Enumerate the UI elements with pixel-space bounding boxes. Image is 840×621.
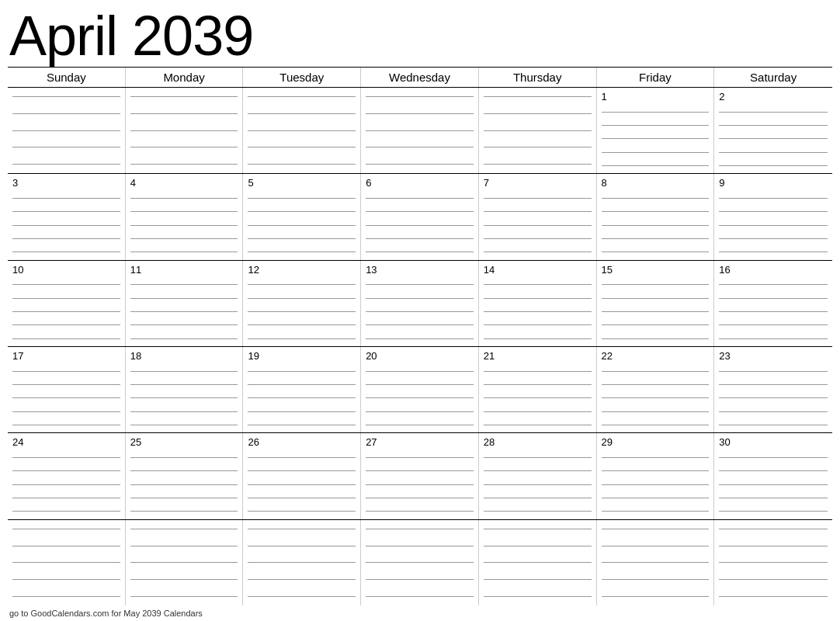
day-cell: 3 bbox=[8, 174, 126, 259]
write-line bbox=[12, 225, 120, 226]
day-cell: 4 bbox=[126, 174, 244, 259]
week-row: 3456789 bbox=[8, 174, 832, 260]
write-line bbox=[12, 298, 120, 299]
write-line bbox=[12, 596, 120, 597]
write-line bbox=[719, 498, 828, 498]
write-line bbox=[719, 298, 828, 299]
write-line bbox=[130, 198, 238, 199]
write-line bbox=[484, 470, 592, 471]
day-cell: 19 bbox=[243, 347, 361, 432]
write-line bbox=[130, 284, 238, 285]
day-number: 28 bbox=[484, 436, 592, 449]
day-cell: 11 bbox=[126, 261, 244, 346]
day-cell: 24 bbox=[8, 433, 126, 519]
write-line bbox=[484, 457, 592, 458]
lines-area bbox=[248, 523, 356, 602]
lines-area bbox=[130, 367, 238, 430]
write-line bbox=[719, 371, 828, 372]
write-line bbox=[484, 397, 592, 398]
write-line bbox=[719, 511, 828, 512]
write-line bbox=[366, 252, 474, 252]
day-number: 18 bbox=[130, 350, 238, 363]
write-line bbox=[719, 338, 828, 339]
day-cell: 30 bbox=[714, 433, 832, 519]
day-cell: 14 bbox=[479, 261, 597, 346]
write-line bbox=[484, 324, 592, 325]
day-cell: 13 bbox=[361, 261, 479, 346]
write-line bbox=[484, 298, 592, 299]
write-line bbox=[484, 498, 592, 498]
write-line bbox=[602, 198, 710, 199]
write-line bbox=[248, 130, 356, 131]
lines-area bbox=[130, 523, 238, 602]
day-cell: 25 bbox=[126, 433, 244, 519]
day-cell: 23 bbox=[714, 347, 832, 432]
write-line bbox=[366, 238, 474, 239]
write-line bbox=[719, 397, 828, 398]
write-line bbox=[602, 498, 710, 498]
day-cell: 21 bbox=[479, 347, 597, 432]
write-line bbox=[719, 211, 828, 212]
write-line bbox=[366, 470, 474, 471]
write-line bbox=[602, 311, 710, 312]
write-line bbox=[602, 562, 710, 563]
write-line bbox=[602, 152, 710, 153]
write-line bbox=[248, 338, 356, 339]
write-line bbox=[602, 225, 710, 226]
lines-area bbox=[719, 280, 828, 343]
write-line bbox=[484, 96, 592, 97]
day-cell bbox=[8, 88, 126, 173]
write-line bbox=[484, 225, 592, 226]
write-line bbox=[12, 484, 120, 485]
lines-area bbox=[484, 523, 592, 602]
write-line bbox=[12, 457, 120, 458]
write-line bbox=[248, 546, 356, 546]
write-line bbox=[248, 562, 356, 563]
write-line bbox=[366, 113, 474, 114]
write-line bbox=[130, 113, 238, 114]
day-header-friday: Friday bbox=[597, 68, 715, 87]
lines-area bbox=[602, 194, 710, 257]
lines-area bbox=[719, 453, 828, 516]
day-number: 21 bbox=[484, 350, 592, 363]
lines-area bbox=[366, 280, 474, 343]
write-line bbox=[130, 324, 238, 325]
write-line bbox=[130, 211, 238, 212]
write-line bbox=[719, 112, 828, 113]
write-line bbox=[719, 579, 828, 580]
day-cell: 9 bbox=[714, 174, 832, 259]
lines-area bbox=[248, 91, 356, 170]
write-line bbox=[130, 457, 238, 458]
write-line bbox=[366, 411, 474, 412]
day-cell bbox=[8, 520, 126, 605]
day-cell: 27 bbox=[361, 433, 479, 519]
day-number: 17 bbox=[12, 350, 120, 363]
write-line bbox=[484, 579, 592, 580]
write-line bbox=[602, 252, 710, 252]
write-line bbox=[366, 338, 474, 339]
write-line bbox=[12, 425, 120, 425]
lines-area bbox=[719, 194, 828, 257]
week-row: 10111213141516 bbox=[8, 261, 832, 347]
write-line bbox=[602, 596, 710, 597]
write-line bbox=[719, 138, 828, 139]
write-line bbox=[12, 238, 120, 239]
write-line bbox=[248, 511, 356, 512]
write-line bbox=[248, 470, 356, 471]
week-row: 24252627282930 bbox=[8, 433, 832, 519]
write-line bbox=[130, 130, 238, 131]
write-line bbox=[719, 529, 828, 529]
write-line bbox=[366, 284, 474, 285]
day-header-saturday: Saturday bbox=[714, 68, 832, 87]
write-line bbox=[12, 371, 120, 372]
lines-area bbox=[602, 108, 710, 171]
write-line bbox=[484, 371, 592, 372]
write-line bbox=[130, 338, 238, 339]
write-line bbox=[130, 164, 238, 165]
day-cell: 6 bbox=[361, 174, 479, 259]
day-number: 26 bbox=[248, 436, 356, 449]
write-line bbox=[602, 397, 710, 398]
write-line bbox=[366, 397, 474, 398]
write-line bbox=[130, 238, 238, 239]
write-line bbox=[602, 298, 710, 299]
